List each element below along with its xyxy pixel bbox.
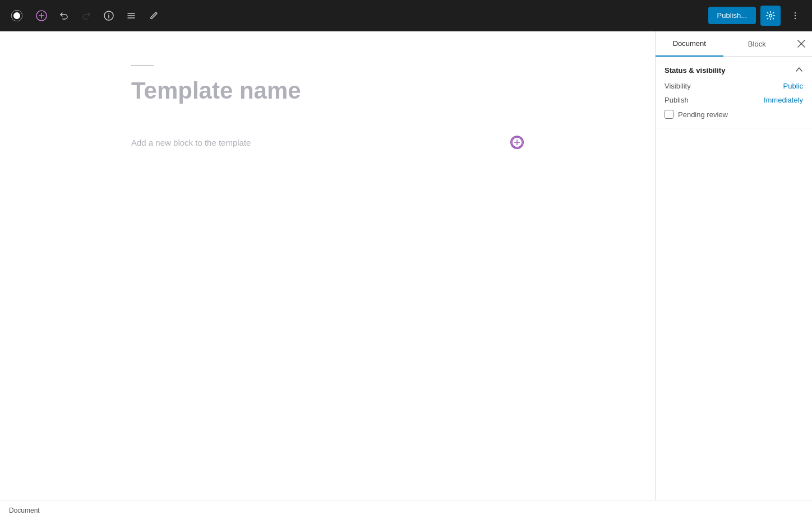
template-title[interactable]: Template name (131, 77, 524, 104)
wordpress-icon (10, 9, 24, 22)
pending-review-row: Pending review (665, 110, 803, 119)
toolbar: Publish... (0, 0, 812, 31)
svg-point-5 (108, 13, 109, 14)
publish-label: Publish (665, 96, 689, 104)
section-toggle-button[interactable] (795, 66, 803, 75)
template-divider (131, 65, 154, 66)
info-button[interactable] (99, 6, 119, 26)
pending-review-checkbox[interactable] (665, 110, 673, 119)
section-title: Status & visibility (665, 66, 725, 75)
list-view-icon (126, 11, 136, 21)
gear-icon (765, 11, 776, 21)
sidebar-tabs: Document Block (656, 31, 812, 57)
publish-row: Publish Immediately (665, 96, 803, 104)
more-icon (790, 11, 800, 21)
toolbar-actions (31, 6, 708, 26)
visibility-value[interactable]: Public (783, 82, 803, 90)
tab-document[interactable]: Document (656, 31, 723, 57)
svg-point-11 (795, 15, 796, 16)
wp-logo[interactable] (7, 6, 27, 26)
visibility-label: Visibility (665, 82, 691, 90)
add-block-placeholder-text: Add a new block to the template (131, 138, 251, 147)
pending-review-label: Pending review (678, 110, 728, 119)
main-layout: Template name Add a new block to the tem… (0, 31, 812, 500)
editor-area: Template name Add a new block to the tem… (0, 31, 655, 500)
svg-point-10 (795, 12, 796, 13)
plus-circle-icon (511, 137, 523, 148)
list-view-button[interactable] (121, 6, 141, 26)
close-sidebar-button[interactable] (791, 31, 812, 56)
toolbar-right: Publish... (708, 6, 805, 26)
status-bar-label: Document (9, 507, 40, 514)
chevron-up-icon (795, 66, 803, 73)
redo-button[interactable] (76, 6, 96, 26)
edit-button[interactable] (144, 6, 164, 26)
svg-point-12 (795, 17, 796, 18)
editor-content: Template name Add a new block to the tem… (109, 65, 546, 154)
undo-icon (59, 11, 69, 21)
add-icon (36, 10, 47, 21)
section-header: Status & visibility (665, 66, 803, 75)
add-block-button[interactable] (31, 6, 52, 26)
more-options-button[interactable] (785, 6, 805, 26)
tab-block[interactable]: Block (723, 31, 791, 56)
pencil-icon (149, 11, 159, 21)
undo-button[interactable] (54, 6, 74, 26)
close-icon (797, 40, 805, 48)
status-visibility-section: Status & visibility Visibility Public Pu… (656, 57, 812, 128)
publish-value[interactable]: Immediately (764, 96, 803, 104)
publish-button[interactable]: Publish... (708, 7, 756, 24)
add-block-inline-icon[interactable] (510, 136, 524, 149)
svg-point-9 (769, 14, 772, 17)
sidebar: Document Block Status & visibility (655, 31, 812, 500)
redo-icon (81, 11, 91, 21)
add-block-row[interactable]: Add a new block to the template (131, 131, 524, 154)
settings-button[interactable] (760, 6, 781, 26)
info-icon (104, 11, 114, 21)
visibility-row: Visibility Public (665, 82, 803, 90)
status-bar: Document (0, 500, 812, 520)
